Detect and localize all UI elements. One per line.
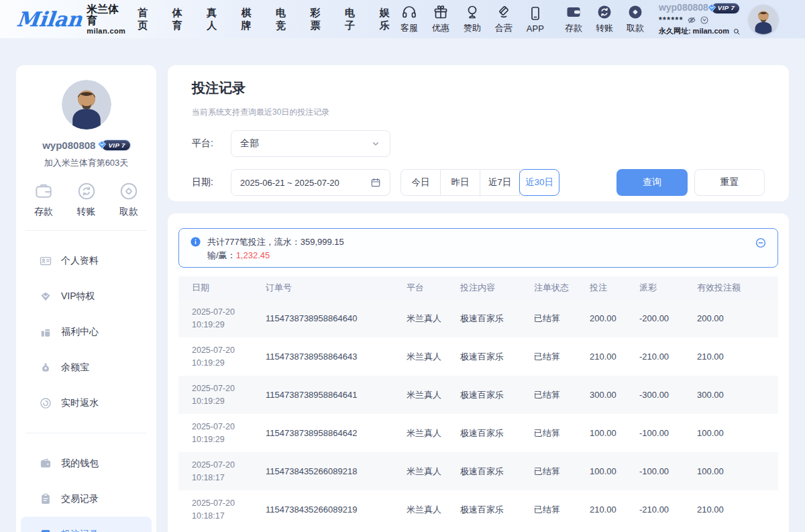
magnifier-icon[interactable] <box>733 28 741 36</box>
logo-domain: milan.com <box>87 27 125 35</box>
partner-icon <box>496 4 512 20</box>
welfare-icon <box>39 325 52 339</box>
nav-entertainment[interactable]: 娱乐 <box>379 7 394 32</box>
row-platform: 米兰真人 <box>407 427 460 439</box>
menu-label: 余额宝 <box>61 362 89 374</box>
quick-label: 取款 <box>119 206 138 218</box>
sidebar-item-yuebao[interactable]: 余额宝 <box>21 350 152 385</box>
quick-withdraw[interactable]: 取款 <box>119 181 139 218</box>
range-7days-button[interactable]: 近7日 <box>480 169 520 196</box>
loss-value: 1,232.45 <box>236 250 270 260</box>
platform-select[interactable]: 全部 <box>231 130 390 157</box>
brand-logo[interactable]: Milan 米兰体育 milan.com <box>17 3 125 35</box>
action-deposit[interactable]: 存款 <box>559 4 588 34</box>
action-label: 合营 <box>495 22 513 34</box>
sidebar-item-wallet[interactable]: 我的钱包 <box>21 445 152 481</box>
sidebar-item-vip[interactable]: VIP特权 <box>21 278 152 314</box>
logo-script: Milan <box>15 9 83 30</box>
menu-label: VIP特权 <box>61 290 95 303</box>
quick-deposit[interactable]: 存款 <box>34 181 54 218</box>
action-withdraw[interactable]: 取款 <box>621 4 649 34</box>
action-transfer[interactable]: 转账 <box>590 4 619 34</box>
action-label: 赞助 <box>464 22 481 34</box>
menu-label: 个人资料 <box>61 255 99 267</box>
row-bet: 210.00 <box>590 352 639 362</box>
menu-label: 实时返水 <box>61 397 99 409</box>
filter-card: 投注记录 当前系统支持查询最近30日的投注记录 平台: 全部 日期: 2025-… <box>168 65 789 201</box>
action-sponsorship[interactable]: 赞助 <box>458 4 486 34</box>
vip-badge: VIP 7 <box>102 140 129 150</box>
row-time: 10:19:29 <box>192 357 266 369</box>
nav-lottery[interactable]: 彩票 <box>311 7 326 32</box>
action-app[interactable]: APP <box>521 5 549 34</box>
row-valid: 300.00 <box>697 390 778 400</box>
sidebar-menu-group-1: 个人资料 VIP特权 福利中心 余额宝 实时返水 <box>16 243 156 421</box>
wallet-icon <box>39 457 52 470</box>
row-time: 10:19:29 <box>192 395 266 407</box>
quick-label: 存款 <box>34 206 53 218</box>
nav-live-casino[interactable]: 真人 <box>207 7 222 32</box>
platform-label: 平台: <box>192 138 221 150</box>
menu-label: 交易记录 <box>61 493 99 505</box>
col-header-platform: 平台 <box>407 282 460 294</box>
nav-board-games[interactable]: 棋牌 <box>241 7 257 32</box>
range-yesterday-button[interactable]: 昨日 <box>440 169 480 196</box>
action-customer-service[interactable]: 客服 <box>395 4 423 34</box>
action-promotions[interactable]: 优惠 <box>427 4 455 34</box>
quick-range-group: 今日 昨日 近7日 近30日 <box>400 169 559 196</box>
divider <box>25 230 147 231</box>
row-order: 1154738738958864640 <box>266 313 407 323</box>
transfer-icon <box>596 4 612 20</box>
nav-sports[interactable]: 体育 <box>172 7 188 32</box>
action-partnership[interactable]: 合营 <box>490 4 518 34</box>
rebate-icon <box>39 396 52 410</box>
vip-level: VIP 7 <box>718 4 735 12</box>
profile-avatar[interactable] <box>62 80 111 129</box>
row-order: 1154738738958864641 <box>266 390 407 400</box>
sidebar-item-welfare[interactable]: 福利中心 <box>21 314 152 350</box>
collapse-icon[interactable] <box>755 237 767 249</box>
verified-icon[interactable] <box>700 15 709 25</box>
chevron-down-icon <box>370 138 381 149</box>
range-30days-button[interactable]: 近30日 <box>519 169 559 196</box>
row-date: 2025-07-20 <box>192 497 266 509</box>
topbar-username: wyp080808 <box>659 2 708 14</box>
withdraw-icon <box>627 4 643 20</box>
joined-days: 加入米兰体育第603天 <box>16 157 156 169</box>
row-time: 10:19:29 <box>192 433 266 445</box>
range-today-button[interactable]: 今日 <box>400 169 441 196</box>
phone-icon <box>527 5 543 21</box>
eye-off-icon[interactable] <box>687 15 696 25</box>
row-order: 1154738738958864643 <box>266 352 407 362</box>
row-order: 1154738738958864642 <box>266 428 407 438</box>
sidebar-item-transactions[interactable]: 交易记录 <box>21 481 152 517</box>
main-nav: 首页 体育 真人 棋牌 电竞 彩票 电子 娱乐 <box>138 7 395 32</box>
nav-slots[interactable]: 电子 <box>345 7 360 32</box>
sidebar-item-bet-records[interactable]: 投注记录 <box>21 517 152 532</box>
quick-transfer[interactable]: 转账 <box>76 181 97 218</box>
col-header-status: 注单状态 <box>534 282 590 294</box>
col-header-content: 投注内容 <box>460 282 534 294</box>
row-order: 1154738435266089219 <box>266 504 407 515</box>
sidebar-item-rebate[interactable]: 实时返水 <box>21 385 152 421</box>
row-date: 2025-07-20 <box>192 306 266 318</box>
table-row: 2025-07-2010:18:17 1154738435266089218 米… <box>178 452 778 490</box>
loss-label: 输/赢： <box>207 250 236 260</box>
sidebar-item-profile[interactable]: 个人资料 <box>21 243 152 278</box>
bet-records-table: 日期 订单号 平台 投注内容 注单状态 投注 派彩 有效投注额 2025-07-… <box>178 276 778 529</box>
nav-home[interactable]: 首页 <box>138 7 153 32</box>
idcard-icon <box>39 254 52 268</box>
row-valid: 100.00 <box>697 428 778 438</box>
vip-level: VIP 7 <box>108 142 125 149</box>
user-block: wyp080808 VIP 7 ****** 永久网址: milan.com <box>659 2 741 36</box>
query-button[interactable]: 查询 <box>616 169 688 196</box>
reset-button[interactable]: 重置 <box>694 169 765 196</box>
date-range-input[interactable]: 2025-06-21 ~ 2025-07-20 <box>231 169 390 196</box>
col-header-valid: 有效投注额 <box>697 282 778 294</box>
vip-diamond-icon <box>706 3 717 13</box>
table-row: 2025-07-2010:19:29 1154738738958864640 米… <box>178 299 778 337</box>
user-avatar[interactable] <box>749 5 778 34</box>
nav-esports[interactable]: 电竞 <box>276 7 291 32</box>
row-date: 2025-07-20 <box>192 459 266 471</box>
row-content: 极速百家乐 <box>460 313 534 325</box>
